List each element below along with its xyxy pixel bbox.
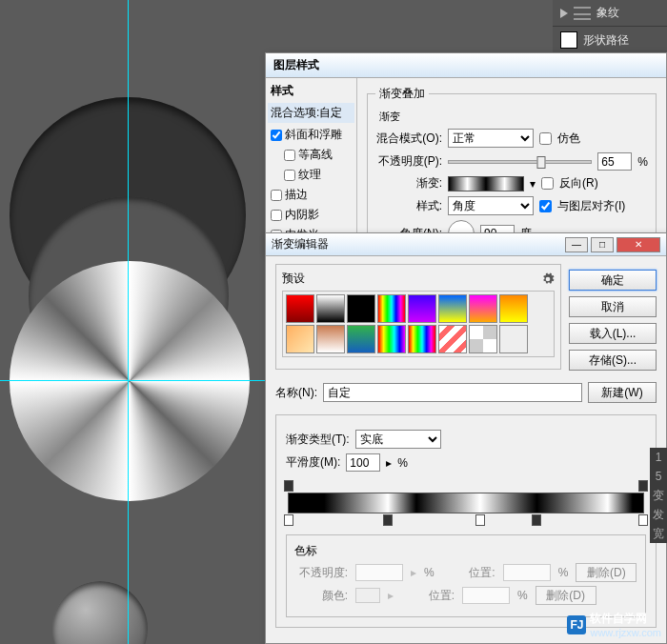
metal-dial <box>10 261 250 501</box>
gradient-ramp[interactable] <box>288 493 644 513</box>
checkbox[interactable] <box>271 210 282 221</box>
color-stop[interactable] <box>532 514 541 526</box>
presets-label: 预设 <box>282 271 305 287</box>
mark-opacity-field <box>355 564 403 581</box>
watermark: FJ 软件自学网 www.rjzxw.com <box>567 611 661 638</box>
styles-list: 样式 混合选项:自定 斜面和浮雕 等高线 纹理 描边 内阴影 内发光 <box>266 78 357 253</box>
chevron-down-icon[interactable]: ▾ <box>530 177 536 191</box>
preset-thumb[interactable] <box>438 294 467 323</box>
mark-pos-field <box>503 564 551 581</box>
dither-checkbox[interactable] <box>539 132 552 145</box>
styles-header: 样式 <box>271 83 352 99</box>
color-stop[interactable] <box>475 514 485 526</box>
panel-row-patterns[interactable]: 象纹 <box>553 0 667 27</box>
name-label: 名称(N): <box>275 385 317 401</box>
list-icon <box>574 7 591 20</box>
save-button[interactable]: 存储(S)... <box>569 350 657 371</box>
style-select[interactable]: 角度 <box>448 196 534 215</box>
window-minimize-button[interactable]: — <box>565 237 588 252</box>
chevron-right-icon: ▸ <box>411 566 416 579</box>
preset-thumb[interactable] <box>347 294 375 323</box>
swatch-icon <box>560 31 577 49</box>
preset-grid <box>282 291 555 357</box>
align-label: 与图层对齐(I) <box>557 198 625 214</box>
style-item-bevel[interactable]: 斜面和浮雕 <box>271 125 352 145</box>
pct-label: % <box>397 456 408 470</box>
opacity-stop[interactable] <box>284 480 293 492</box>
checkbox[interactable] <box>271 130 282 141</box>
dialog-gradient-editor: 渐变编辑器 — □ ✕ 预设 确定 取消 载入(L)... 存储 <box>265 232 667 644</box>
subsection-title: 渐变 <box>375 110 404 124</box>
blend-mode-label: 混合模式(O): <box>375 131 442 147</box>
mark-pos-label: 位置: <box>442 565 495 581</box>
preset-thumb[interactable] <box>377 325 406 353</box>
mark-color-label: 颜色: <box>294 588 348 604</box>
gtype-label: 渐变类型(T): <box>286 432 350 448</box>
blend-mode-select[interactable]: 正常 <box>448 129 534 148</box>
mark-opacity-label: 不透明度: <box>294 565 348 581</box>
preset-thumb[interactable] <box>499 294 528 323</box>
preset-thumb[interactable] <box>408 325 436 353</box>
blend-options-row[interactable]: 混合选项:自定 <box>268 103 354 123</box>
panel-row-shapes[interactable]: 形状路径 <box>553 27 667 54</box>
preset-thumb[interactable] <box>377 294 406 323</box>
chevron-right-icon: ▸ <box>388 589 394 602</box>
reverse-label: 反向(R) <box>559 175 598 191</box>
style-item-contour[interactable]: 等高线 <box>271 145 352 165</box>
reverse-checkbox[interactable] <box>541 177 554 190</box>
dialog-layer-style: 图层样式 样式 混合选项:自定 斜面和浮雕 等高线 纹理 描边 内阴影 内发光 … <box>265 52 667 252</box>
style-item-innershadow[interactable]: 内阴影 <box>271 205 352 225</box>
pct-label: % <box>637 155 648 169</box>
load-button[interactable]: 载入(L)... <box>569 323 657 344</box>
preset-thumb[interactable] <box>316 294 345 323</box>
opacity-stop[interactable] <box>638 480 648 492</box>
logo-icon: FJ <box>567 615 586 634</box>
window-maximize-button[interactable]: □ <box>591 237 614 252</box>
new-button[interactable]: 新建(W) <box>588 382 657 403</box>
checkbox[interactable] <box>284 170 295 181</box>
ok-button[interactable]: 确定 <box>569 270 657 291</box>
marks-label: 色标 <box>294 543 637 559</box>
opacity-slider[interactable] <box>448 160 592 164</box>
preset-thumb[interactable] <box>469 325 497 353</box>
section-title: 渐变叠加 <box>375 86 429 102</box>
gtype-select[interactable]: 实底 <box>355 430 441 449</box>
opacity-input[interactable] <box>597 152 632 171</box>
preset-thumb[interactable] <box>286 325 314 353</box>
mark-color-swatch <box>355 588 380 603</box>
preset-thumb[interactable] <box>286 294 314 323</box>
dialog-title: 渐变编辑器 <box>272 236 329 252</box>
dialog-titlebar[interactable]: 渐变编辑器 — □ ✕ <box>266 233 666 256</box>
preset-thumb[interactable] <box>408 294 436 323</box>
preset-thumb[interactable] <box>347 325 375 353</box>
align-checkbox[interactable] <box>539 200 552 212</box>
delete-button: 删除(D) <box>536 586 596 605</box>
preset-thumb[interactable] <box>438 325 467 353</box>
preset-thumb[interactable] <box>469 294 497 323</box>
right-panels: 象纹 形状路径 <box>553 0 667 54</box>
window-close-button[interactable]: ✕ <box>616 237 660 252</box>
color-stop[interactable] <box>383 514 393 526</box>
gradient-label: 渐变: <box>375 175 442 191</box>
name-input[interactable] <box>323 383 582 402</box>
gradient-preview[interactable] <box>448 176 524 191</box>
opacity-label: 不透明度(P): <box>375 153 442 170</box>
small-knob <box>52 581 148 644</box>
style-item-texture[interactable]: 纹理 <box>271 165 352 185</box>
checkbox[interactable] <box>271 190 282 201</box>
dither-label: 仿色 <box>557 131 580 147</box>
color-stop[interactable] <box>638 514 648 526</box>
style-item-stroke[interactable]: 描边 <box>271 185 352 205</box>
preset-thumb[interactable] <box>316 325 345 353</box>
chevron-right-icon[interactable]: ▸ <box>386 456 392 470</box>
preset-thumb[interactable] <box>499 325 528 353</box>
collapsed-panel-strip: 1 5 变 发 宽 <box>650 448 667 543</box>
smooth-input[interactable] <box>346 453 380 472</box>
checkbox[interactable] <box>284 150 295 161</box>
dialog-titlebar[interactable]: 图层样式 <box>266 53 666 78</box>
watermark-url: www.rjzxw.com <box>590 627 661 638</box>
color-stop[interactable] <box>284 514 293 526</box>
gear-icon[interactable] <box>541 272 555 286</box>
style-label: 样式: <box>375 198 442 214</box>
cancel-button[interactable]: 取消 <box>569 296 657 317</box>
